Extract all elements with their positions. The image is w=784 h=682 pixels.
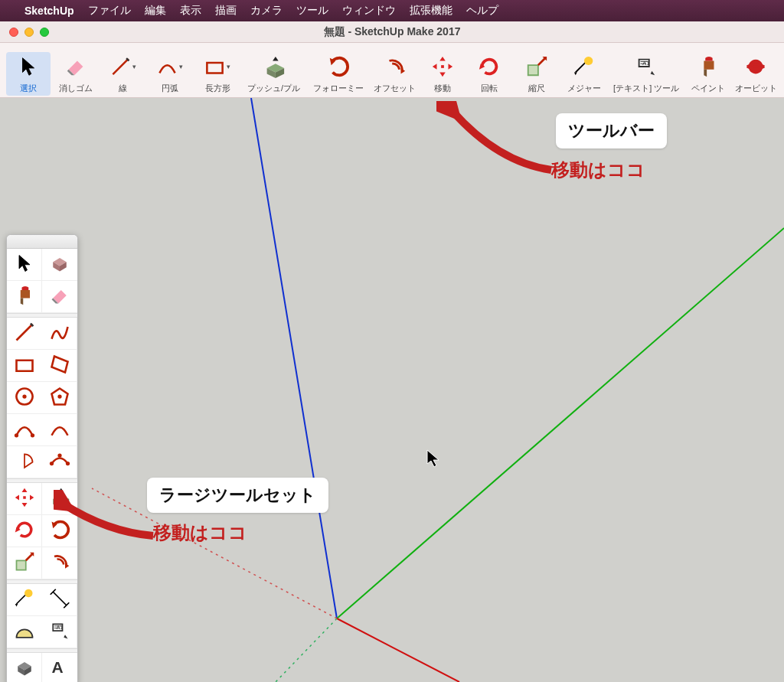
window-title: 無題 - SketchUp Make 2017: [0, 25, 784, 39]
palette-rect[interactable]: [7, 350, 42, 382]
svg-text:A1: A1: [642, 60, 649, 67]
palette-eraser[interactable]: [42, 281, 77, 313]
tool-rect[interactable]: ▾長方形: [195, 52, 240, 96]
palette-3dtext[interactable]: [7, 653, 42, 682]
tool-measure[interactable]: メジャー: [562, 52, 606, 96]
tool-label: ペイント: [691, 83, 725, 94]
palette-polygon[interactable]: [42, 382, 77, 414]
svg-text:A1: A1: [56, 625, 63, 630]
palette-measure[interactable]: [7, 584, 42, 616]
palette-select[interactable]: [7, 249, 42, 281]
tool-pushpull[interactable]: プッシュ/プル: [243, 52, 305, 96]
tool-followme[interactable]: フォローミー: [308, 52, 370, 96]
axes: [0, 98, 784, 682]
svg-text:A: A: [52, 658, 64, 676]
tool-line[interactable]: ▾線: [101, 52, 145, 96]
menu-view[interactable]: 表示: [180, 4, 201, 18]
palette-rect-rot[interactable]: [42, 350, 77, 382]
move-icon: [430, 54, 456, 80]
palette-arc[interactable]: [42, 414, 77, 446]
tool-eraser[interactable]: 消しゴム: [54, 52, 98, 96]
menu-window[interactable]: ウィンドウ: [342, 4, 396, 18]
menu-tools[interactable]: ツール: [296, 4, 328, 18]
pushpull-icon: [261, 54, 287, 80]
tool-label: 縮尺: [528, 83, 545, 94]
tool-scale[interactable]: 縮尺: [514, 52, 559, 96]
palette-freehand[interactable]: [42, 318, 77, 350]
arc-icon: [49, 418, 70, 442]
palette-make-component[interactable]: [42, 249, 77, 281]
palette-move[interactable]: [7, 483, 42, 515]
menu-camera[interactable]: カメラ: [250, 4, 283, 18]
scale-icon: [14, 551, 35, 576]
palette-arc-3pt[interactable]: [42, 446, 77, 478]
tool-offset[interactable]: オフセット: [373, 52, 417, 96]
tool-label: オービット: [735, 83, 777, 94]
select-icon: [14, 253, 35, 277]
window-titlebar: 無題 - SketchUp Make 2017: [0, 21, 784, 43]
tool-arc[interactable]: ▾円弧: [148, 52, 192, 96]
tool-select[interactable]: 選択: [6, 52, 51, 96]
svg-line-3: [337, 618, 459, 682]
palette-circle[interactable]: [7, 382, 42, 414]
tool-move[interactable]: 移動: [420, 52, 465, 96]
tool-label: 円弧: [162, 83, 178, 94]
tool-paint[interactable]: ペイント: [686, 52, 730, 96]
eraser-icon: [49, 285, 70, 309]
followme-icon: [49, 519, 70, 543]
menu-extensions[interactable]: 拡張機能: [410, 4, 452, 18]
main-toolbar: 選択消しゴム▾線▾円弧▾長方形プッシュ/プルフォローミーオフセット移動回転縮尺メ…: [0, 43, 784, 98]
paint-icon: [695, 54, 721, 80]
palette-dimension[interactable]: [42, 584, 77, 616]
window-close-button[interactable]: [9, 28, 18, 37]
rect-rot-icon: [49, 354, 70, 378]
protractor-icon: [14, 620, 35, 644]
palette-paint[interactable]: [7, 281, 42, 313]
menu-draw[interactable]: 描画: [215, 4, 237, 18]
palette-text[interactable]: A1: [42, 616, 77, 648]
tool-label: プッシュ/プル: [247, 83, 300, 94]
tool-label: 選択: [20, 83, 37, 94]
app-name[interactable]: SketchUp: [24, 5, 74, 17]
orbit-icon: [743, 54, 769, 80]
menu-edit[interactable]: 編集: [145, 4, 166, 18]
window-zoom-button[interactable]: [40, 28, 49, 37]
model-viewport[interactable]: [0, 98, 784, 682]
followme-icon: [325, 54, 351, 80]
window-minimize-button[interactable]: [24, 28, 34, 37]
palette-arc-2pt[interactable]: [7, 414, 42, 446]
cursor-icon: [426, 449, 443, 473]
tool-rotate[interactable]: 回転: [468, 52, 512, 96]
3dtext-icon: [14, 657, 35, 681]
svg-point-9: [31, 433, 34, 437]
menu-help[interactable]: ヘルプ: [466, 4, 498, 18]
large-toolset-palette[interactable]: A1A: [6, 234, 78, 682]
palette-scale[interactable]: [7, 547, 42, 579]
tool-label: 線: [119, 83, 127, 94]
tool-text[interactable]: A1[テキスト] ツール: [609, 52, 683, 96]
palette-line[interactable]: [7, 318, 42, 350]
palette-rotate[interactable]: [7, 515, 42, 547]
svg-point-7: [57, 394, 61, 398]
palette-offset[interactable]: [42, 547, 77, 579]
svg-point-10: [49, 461, 53, 465]
rotate-icon: [14, 519, 35, 543]
palette-3dtext-a[interactable]: A: [42, 653, 77, 682]
mac-menubar: SketchUp ファイル 編集 表示 描画 カメラ ツール ウィンドウ 拡張機…: [0, 0, 784, 21]
arc-pie-icon: [14, 450, 35, 475]
pushpull-icon: [49, 487, 70, 511]
tool-orbit[interactable]: オービット: [733, 52, 778, 96]
palette-arc-pie[interactable]: [7, 446, 42, 478]
palette-protractor[interactable]: [7, 616, 42, 648]
measure-icon: [14, 588, 35, 612]
svg-line-5: [276, 618, 337, 682]
menu-file[interactable]: ファイル: [88, 4, 131, 18]
palette-followme[interactable]: [42, 515, 77, 547]
palette-pushpull[interactable]: [42, 483, 77, 515]
palette-titlebar[interactable]: [7, 235, 77, 249]
annotation-toolbar-note: 移動はココ: [551, 158, 645, 182]
line-icon: ▾: [110, 54, 136, 80]
tool-label: [テキスト] ツール: [613, 83, 679, 94]
tool-label: 長方形: [205, 83, 230, 94]
measure-icon: [571, 54, 597, 80]
